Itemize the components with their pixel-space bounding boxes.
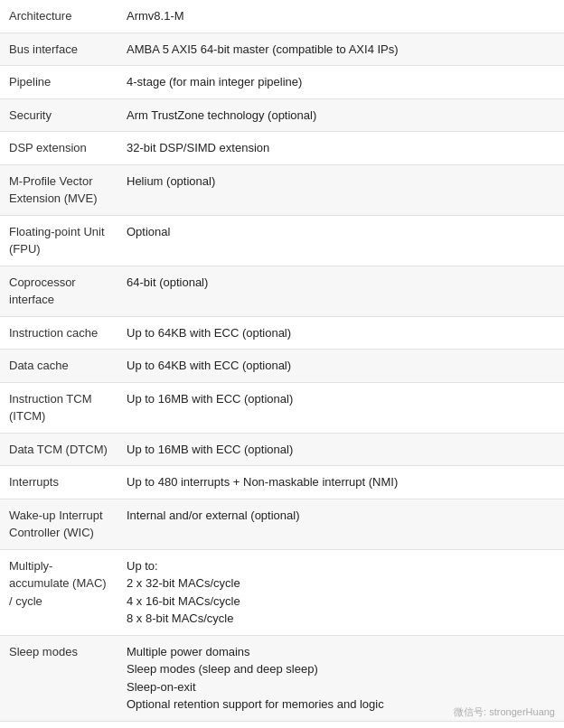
row-label: Data TCM (DTCM) (0, 433, 118, 466)
table-row: Pipeline4-stage (for main integer pipeli… (0, 66, 564, 99)
row-value: Up to:2 x 32-bit MACs/cycle4 x 16-bit MA… (118, 549, 564, 635)
table-row: Floating-point Unit (FPU)Optional (0, 215, 564, 266)
specs-table: ArchitectureArmv8.1-MBus interfaceAMBA 5… (0, 0, 564, 728)
table-row: Data TCM (DTCM)Up to 16MB with ECC (opti… (0, 433, 564, 466)
table-row: Instruction cacheUp to 64KB with ECC (op… (0, 316, 564, 350)
row-label: Interrupts (0, 466, 118, 499)
table-row: Coprocessor interface64-bit (optional) (0, 266, 564, 316)
row-label: Instruction cache (0, 316, 118, 350)
table-row: Wake-up Interrupt Controller (WIC)Intern… (0, 499, 564, 549)
table-row: Multiply-accumulate (MAC) / cycleUp to:2… (0, 549, 564, 635)
row-label: Multiply-accumulate (MAC) / cycle (0, 549, 118, 635)
watermark: 微信号: strongerHuang (454, 705, 555, 719)
row-label: Floating-point Unit (FPU) (0, 215, 118, 266)
row-label: Coprocessor interface (0, 266, 118, 316)
row-label: Pipeline (0, 66, 118, 99)
table-row: M-Profile Vector Extension (MVE)Helium (… (0, 164, 564, 215)
row-value: Up to 480 interrupts + Non-maskable inte… (118, 466, 564, 499)
row-label: Data cache (0, 350, 118, 383)
row-value: Up to 16MB with ECC (optional) (118, 433, 564, 466)
row-value: Arm TrustZone technology (optional) (118, 98, 564, 132)
row-label: Bus interface (0, 33, 118, 66)
row-value: Internal and/or external (optional) (118, 499, 564, 549)
row-value: Up to 16MB with ECC (optional) (118, 382, 564, 433)
row-value: Optional (118, 215, 564, 266)
table-row: Bus interfaceAMBA 5 AXI5 64-bit master (… (0, 33, 564, 66)
row-label: DSP extension (0, 132, 118, 165)
row-value: 32-bit DSP/SIMD extension (118, 132, 564, 165)
row-label: Architecture (0, 0, 118, 33)
row-value: Hardware and software breakpointsPerform… (118, 721, 564, 728)
row-label: Instruction TCM (ITCM) (0, 382, 118, 433)
table-row: SecurityArm TrustZone technology (option… (0, 98, 564, 132)
row-label: M-Profile Vector Extension (MVE) (0, 164, 118, 215)
table-row: ArchitectureArmv8.1-M (0, 0, 564, 33)
row-value: Up to 64KB with ECC (optional) (118, 316, 564, 350)
row-value: 4-stage (for main integer pipeline) (118, 66, 564, 99)
row-value: 64-bit (optional) (118, 266, 564, 316)
row-value: AMBA 5 AXI5 64-bit master (compatible to… (118, 33, 564, 66)
row-label: Wake-up Interrupt Controller (WIC) (0, 499, 118, 549)
table-row: DebugHardware and software breakpointsPe… (0, 721, 564, 728)
row-label: Sleep modes (0, 635, 118, 721)
row-label: Security (0, 98, 118, 132)
table-row: Data cacheUp to 64KB with ECC (optional) (0, 350, 564, 383)
table-row: Instruction TCM (ITCM)Up to 16MB with EC… (0, 382, 564, 433)
table-row: InterruptsUp to 480 interrupts + Non-mas… (0, 466, 564, 499)
row-label: Debug (0, 721, 118, 728)
row-value: Up to 64KB with ECC (optional) (118, 350, 564, 383)
table-row: DSP extension32-bit DSP/SIMD extension (0, 132, 564, 165)
row-value: Armv8.1-M (118, 0, 564, 33)
row-value: Helium (optional) (118, 164, 564, 215)
